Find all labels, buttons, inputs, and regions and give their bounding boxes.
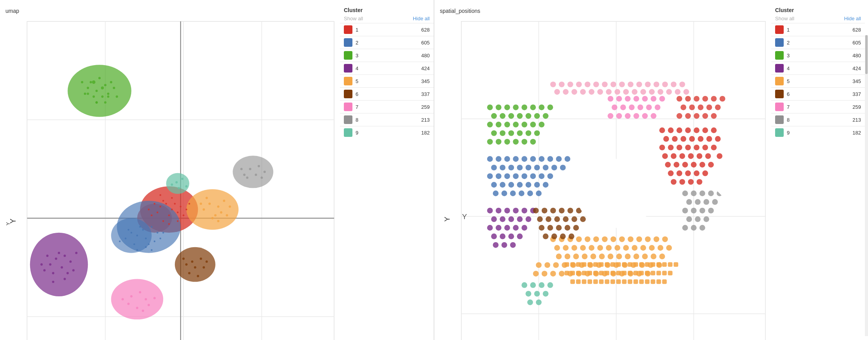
svg-point-387 xyxy=(602,236,608,242)
svg-point-139 xyxy=(178,187,180,189)
legend-item[interactable]: 4424 xyxy=(340,62,434,74)
svg-point-27 xyxy=(111,279,164,319)
svg-point-491 xyxy=(682,191,688,197)
svg-point-76 xyxy=(110,81,112,83)
spatial-title: spatial_positions xyxy=(438,8,771,14)
svg-point-353 xyxy=(496,139,502,145)
svg-point-412 xyxy=(582,253,588,259)
svg-point-451 xyxy=(533,208,539,214)
spatial-hide-all-button[interactable]: Hide all xyxy=(844,16,861,21)
legend-cluster-count: 213 xyxy=(852,117,861,123)
svg-point-241 xyxy=(659,128,665,133)
legend-item[interactable]: 6337 xyxy=(340,87,434,100)
svg-point-438 xyxy=(542,271,548,276)
legend-item[interactable]: 9182 xyxy=(340,126,434,139)
svg-point-347 xyxy=(500,130,505,136)
legend-item[interactable]: 7259 xyxy=(340,100,434,113)
legend-item[interactable]: 1628 xyxy=(340,23,434,36)
legend-item[interactable]: 1628 xyxy=(771,23,865,36)
svg-point-136 xyxy=(175,181,178,184)
svg-point-523 xyxy=(711,96,717,102)
umap-legend-controls: Show all Hide all xyxy=(340,16,434,21)
svg-point-448 xyxy=(628,271,633,276)
svg-point-224 xyxy=(679,81,685,87)
legend-color-swatch xyxy=(344,77,352,85)
svg-point-99 xyxy=(217,205,219,208)
umap-legend: Cluster Show all Hide all 16282605348044… xyxy=(340,4,434,336)
svg-point-446 xyxy=(610,271,616,276)
svg-point-306 xyxy=(513,173,519,179)
svg-point-497 xyxy=(695,199,701,205)
legend-item[interactable]: 9182 xyxy=(771,126,865,139)
legend-item-left: 5 xyxy=(344,77,358,85)
legend-color-swatch xyxy=(775,128,784,137)
svg-point-48 xyxy=(189,203,190,204)
legend-item[interactable]: 3480 xyxy=(340,49,434,62)
svg-point-373 xyxy=(521,225,527,231)
svg-point-464 xyxy=(547,225,553,231)
svg-point-418 xyxy=(633,253,639,259)
legend-item-left: 9 xyxy=(344,128,358,137)
svg-point-85 xyxy=(49,263,52,266)
legend-color-swatch xyxy=(775,51,784,60)
svg-point-227 xyxy=(571,89,577,95)
svg-rect-195 xyxy=(587,280,592,284)
svg-point-56 xyxy=(130,232,132,233)
svg-rect-193 xyxy=(576,280,581,284)
legend-item[interactable]: 6337 xyxy=(771,87,865,100)
svg-point-119 xyxy=(130,295,133,298)
svg-point-311 xyxy=(491,182,497,188)
svg-point-483 xyxy=(646,104,652,110)
svg-point-295 xyxy=(500,165,505,170)
svg-point-354 xyxy=(504,139,510,145)
svg-point-132 xyxy=(263,171,266,173)
svg-point-433 xyxy=(631,262,637,268)
legend-color-swatch xyxy=(344,51,352,60)
svg-point-33 xyxy=(177,211,178,213)
legend-item[interactable]: 5345 xyxy=(771,74,865,87)
legend-item[interactable]: 3480 xyxy=(771,49,865,62)
svg-point-255 xyxy=(659,145,665,151)
svg-point-128 xyxy=(249,168,251,170)
svg-point-309 xyxy=(539,173,544,179)
legend-item[interactable]: 2605 xyxy=(340,36,434,49)
svg-rect-201 xyxy=(622,280,627,284)
svg-point-133 xyxy=(246,177,249,179)
svg-point-297 xyxy=(517,165,523,170)
svg-point-43 xyxy=(154,203,155,204)
umap-legend-title: Cluster xyxy=(340,7,434,13)
svg-point-304 xyxy=(496,173,502,179)
svg-point-327 xyxy=(513,104,519,110)
legend-item[interactable]: 2605 xyxy=(771,36,865,49)
umap-legend-scroll[interactable]: 162826053480442453456337725982139182 xyxy=(340,23,434,333)
legend-color-swatch xyxy=(344,25,352,34)
svg-point-290 xyxy=(539,156,544,162)
legend-cluster-label: 1 xyxy=(787,27,790,33)
legend-item[interactable]: 7259 xyxy=(771,100,865,113)
spatial-show-all-button[interactable]: Show all xyxy=(775,16,794,21)
svg-point-42 xyxy=(171,197,173,198)
legend-cluster-count: 480 xyxy=(421,53,430,58)
legend-item[interactable]: 5345 xyxy=(340,74,434,87)
scrollbar-thumb[interactable] xyxy=(865,35,868,74)
umap-show-all-button[interactable]: Show all xyxy=(344,16,363,21)
svg-point-91 xyxy=(46,255,48,257)
svg-point-454 xyxy=(559,208,565,214)
svg-point-259 xyxy=(694,145,699,151)
svg-point-106 xyxy=(211,217,213,220)
legend-item[interactable]: 8213 xyxy=(771,113,865,126)
svg-point-396 xyxy=(563,245,569,251)
umap-hide-all-button[interactable]: Hide all xyxy=(413,16,430,21)
spatial-legend-scroll[interactable]: 162826053480442453456337725982139182 xyxy=(771,23,865,333)
cluster-6-umap xyxy=(175,247,215,282)
legend-item[interactable]: 4424 xyxy=(771,62,865,74)
legend-color-swatch xyxy=(775,25,784,34)
svg-point-407 xyxy=(658,245,663,251)
svg-point-30 xyxy=(160,206,161,207)
svg-point-300 xyxy=(543,165,549,170)
legend-item-left: 1 xyxy=(775,25,790,34)
legend-item[interactable]: 8213 xyxy=(340,113,434,126)
svg-point-75 xyxy=(92,96,95,98)
svg-point-417 xyxy=(625,253,631,259)
legend-item-left: 8 xyxy=(344,115,358,124)
